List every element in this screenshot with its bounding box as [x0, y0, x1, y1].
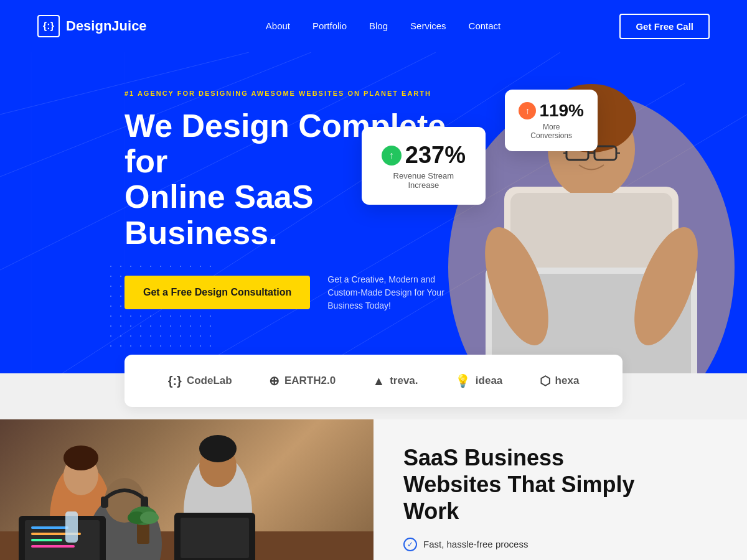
svg-rect-37: [31, 539, 62, 541]
lower-section: SaaS Business Websites That Simply Work …: [0, 419, 747, 560]
svg-rect-40: [181, 518, 249, 558]
brand-hexa: ⬡ hexa: [540, 373, 580, 388]
svg-rect-41: [65, 511, 78, 543]
nav-about[interactable]: About: [266, 21, 290, 31]
feature-label: Fast, hassle-free process: [423, 539, 528, 549]
svg-point-25: [63, 446, 98, 470]
stat-conversions-label: More Conversions: [519, 123, 584, 140]
brands-section: {:} CodeLab ⊕ EARTH2.0 ▲ treva. 💡 ideaa …: [125, 355, 622, 407]
team-photo-overlay: [0, 419, 374, 560]
logo[interactable]: {:} DesignJuice: [37, 15, 147, 37]
svg-point-45: [140, 511, 159, 524]
brand-ideaa: 💡 ideaa: [455, 373, 502, 388]
brand-codelab-label: CodeLab: [187, 375, 232, 387]
brand-earth-label: EARTH2.0: [284, 375, 336, 387]
ideaa-icon: 💡: [455, 373, 471, 388]
svg-rect-38: [31, 545, 75, 548]
hexa-icon: ⬡: [540, 373, 550, 388]
logo-text: DesignJuice: [66, 18, 147, 34]
team-photo: [0, 419, 374, 560]
brand-codelab: {:} CodeLab: [168, 374, 232, 388]
earth-icon: ⊕: [269, 373, 280, 388]
nav-cta-button[interactable]: Get Free Call: [619, 14, 710, 39]
navbar: {:} DesignJuice About Portfolio Blog Ser…: [0, 0, 747, 52]
svg-point-28: [199, 435, 237, 462]
nav-contact[interactable]: Contact: [469, 21, 501, 31]
nav-services[interactable]: Services: [410, 21, 446, 31]
brand-ideaa-label: ideaa: [476, 375, 502, 387]
brand-hexa-label: hexa: [555, 375, 580, 387]
stat-card-conversions: ↑ 119% More Conversions: [505, 90, 598, 151]
stat-card-revenue: ↑ 237% Revenue Stream Increase: [362, 127, 486, 205]
check-icon: ✓: [403, 538, 417, 551]
stat-revenue-label: Revenue Stream Increase: [382, 171, 466, 190]
up-arrow-green-icon: ↑: [382, 146, 402, 166]
brand-treva-label: treva.: [390, 375, 418, 387]
hero-cta-button[interactable]: Get a Free Design Consultation: [125, 276, 310, 309]
up-arrow-orange-icon: ↑: [519, 102, 536, 119]
nav-links: About Portfolio Blog Services Contact: [266, 21, 501, 32]
nav-blog[interactable]: Blog: [369, 21, 388, 31]
hero-section: #1 Agency For Designing Awesome Websites…: [0, 52, 747, 373]
stat-revenue-number: ↑ 237%: [382, 142, 466, 169]
brand-treva: ▲ treva.: [372, 374, 418, 388]
lower-right-content: SaaS Business Websites That Simply Work …: [374, 419, 747, 560]
svg-rect-32: [141, 497, 148, 508]
svg-rect-35: [31, 526, 68, 529]
codelab-icon: {:}: [168, 374, 182, 388]
stat-conversions-number: ↑ 119%: [519, 101, 584, 121]
feature-item: ✓ Fast, hassle-free process: [403, 538, 717, 551]
treva-icon: ▲: [372, 374, 385, 388]
logo-icon: {:}: [37, 15, 60, 37]
svg-rect-31: [101, 497, 108, 508]
brand-earth: ⊕ EARTH2.0: [269, 373, 336, 388]
lower-heading: SaaS Business Websites That Simply Work: [403, 444, 717, 525]
nav-portfolio[interactable]: Portfolio: [312, 21, 347, 31]
hero-title-line2: Online SaaS Business.: [125, 179, 313, 250]
